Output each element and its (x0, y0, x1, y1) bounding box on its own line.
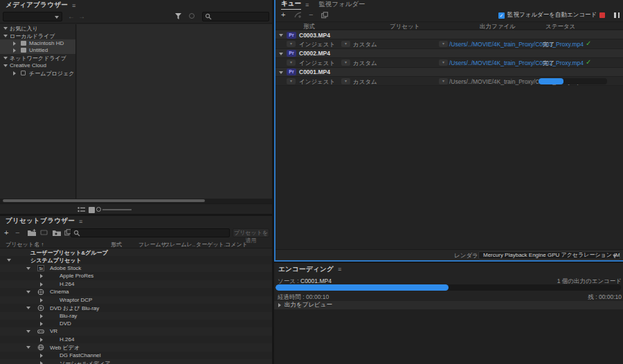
zoom-slider-knob[interactable] (96, 207, 101, 212)
chevron-right-icon[interactable] (40, 361, 43, 364)
horizontal-scrollbar[interactable] (0, 199, 272, 203)
chevron-down-icon[interactable] (26, 267, 30, 270)
preset-tree-item[interactable]: DVD (0, 320, 272, 327)
media-tree-item[interactable]: ローカルドライブ (0, 32, 75, 39)
duplicate-icon[interactable] (321, 12, 328, 19)
preset-dropdown[interactable]: ▾ (341, 78, 350, 84)
preset-tree-item[interactable]: Web ビデオ (0, 343, 272, 351)
chevron-right-icon[interactable] (40, 298, 43, 302)
chevron-down-icon[interactable] (3, 35, 8, 37)
chevron-down-icon[interactable] (26, 346, 30, 349)
preset-column-header[interactable]: 形式 (111, 241, 122, 248)
forward-arrow-icon[interactable]: → (77, 11, 87, 21)
preset-column-header[interactable]: ターゲット.. (196, 241, 227, 248)
format-dropdown[interactable]: ▾ (287, 60, 296, 66)
panel-menu-icon[interactable]: ≡ (79, 218, 82, 225)
media-source-dropdown[interactable] (3, 12, 62, 21)
output-path-link[interactable]: /Users/../MOVIE/4K_train_Proxy/C0003_Pro… (449, 41, 584, 48)
preset-tree-item[interactable]: Apple ProRes (0, 272, 272, 280)
checkbox-checked-icon[interactable]: ✓ (498, 12, 505, 19)
format-dropdown[interactable]: ▾ (287, 78, 296, 84)
media-tree-item[interactable]: Untitled (0, 46, 75, 54)
queue-job-output-row[interactable]: ▾▾▾インジェストカスタム/Users/../MOVIE/4K_train_Pr… (276, 39, 623, 48)
media-tree-item[interactable]: チームプロジェクトパージ (0, 69, 75, 77)
chevron-right-icon[interactable] (13, 42, 16, 46)
pause-queue-button[interactable] (614, 12, 620, 18)
preset-tree-item[interactable]: DG FastChannel (0, 352, 272, 359)
chevron-down-icon[interactable] (7, 259, 11, 262)
chevron-right-icon[interactable] (40, 322, 43, 326)
chevron-right-icon[interactable] (40, 274, 43, 278)
scrollbar-thumb[interactable] (3, 199, 205, 202)
media-tree-item[interactable]: Creative Cloud (0, 62, 75, 69)
chevron-right-icon[interactable] (40, 314, 43, 318)
chevron-right-icon[interactable] (40, 338, 43, 342)
preset-tree-item[interactable]: StAdobe Stock (0, 264, 272, 272)
media-browser-content-area[interactable] (77, 24, 272, 199)
preset-column-header[interactable]: フレームレ.. (164, 241, 195, 248)
stop-queue-button[interactable] (599, 12, 605, 18)
chevron-down-icon[interactable] (279, 71, 283, 74)
thumbnail-view-icon[interactable] (89, 207, 95, 213)
chevron-right-icon[interactable] (13, 71, 16, 75)
preset-settings-icon[interactable] (40, 229, 48, 236)
preset-tree-item[interactable]: システムプリセット (0, 256, 272, 264)
chevron-down-icon[interactable] (26, 291, 30, 293)
preset-tree-item[interactable]: ソーシャルメディア (0, 359, 272, 364)
renderer-select[interactable]: Mercury Playback Engine GPU アクセラレーション (M… (478, 251, 620, 260)
queue-job-output-row[interactable]: ▾▾▾インジェストカスタム/Users/../MOVIE/4K_train_Pr… (276, 77, 623, 86)
chevron-down-icon[interactable] (3, 64, 8, 67)
format-dropdown[interactable]: ▾ (287, 41, 296, 47)
media-tree-item[interactable]: お気に入り (0, 24, 75, 32)
zoom-slider-track[interactable] (102, 209, 132, 210)
queue-job-group-row[interactable]: PrC0002.MP4 (276, 49, 623, 58)
preset-dropdown[interactable]: ▾ (341, 41, 350, 47)
chevron-down-icon[interactable] (279, 34, 283, 37)
preset-list-header[interactable]: プリセット名 ↑形式フレームサ..フレームレ..ターゲット..コメント (0, 241, 272, 248)
chevron-right-icon[interactable] (40, 282, 43, 286)
preset-tree-item[interactable]: Wraptor DCP (0, 296, 272, 304)
preset-tree-item[interactable]: VR (0, 327, 272, 335)
chevron-down-icon[interactable] (26, 307, 30, 309)
preset-search-input[interactable] (71, 228, 230, 237)
panel-menu-icon[interactable]: ≡ (72, 2, 75, 9)
preset-tree-item[interactable]: Blu-ray (0, 312, 272, 320)
apply-preset-button[interactable]: プリセットを適用 (233, 228, 269, 237)
back-arrow-icon[interactable]: ← (66, 11, 76, 21)
panel-menu-icon[interactable]: ≡ (305, 1, 309, 8)
auto-encode-checkbox[interactable]: ✓ 監視フォルダーを自動エンコード (498, 11, 597, 19)
panel-menu-icon[interactable]: ≡ (338, 266, 341, 273)
preset-dropdown[interactable]: ▾ (341, 60, 350, 66)
add-preset-icon[interactable]: + (4, 229, 8, 237)
tab-queue[interactable]: キュー (281, 0, 301, 10)
preset-tree-item[interactable]: Cinema (0, 288, 272, 295)
preset-tree-item[interactable]: H.264 (0, 336, 272, 343)
tab-watch-folders[interactable]: 監視フォルダー (318, 0, 365, 9)
media-tree-item[interactable]: Macintosh HD (0, 39, 75, 47)
queue-job-group-row[interactable]: PrC0001.MP4 (276, 68, 623, 77)
chevron-right-icon[interactable] (40, 354, 43, 358)
media-tree-item[interactable]: ネットワークドライブ (0, 54, 75, 62)
chevron-down-icon[interactable] (26, 330, 30, 333)
preset-tree-item[interactable]: DVD および Blu-ray (0, 304, 272, 311)
queue-job-group-row[interactable]: PrC0003.MP4 (276, 30, 623, 39)
preset-tree-item[interactable]: ユーザープリセット&グループ (0, 248, 272, 256)
output-dropdown[interactable]: ▾ (439, 60, 448, 66)
output-dropdown[interactable]: ▾ (439, 41, 448, 47)
import-preset-folder-icon[interactable] (53, 229, 61, 236)
add-source-icon[interactable]: + (281, 10, 285, 19)
list-view-icon[interactable] (78, 207, 85, 212)
chevron-down-icon[interactable] (279, 53, 283, 55)
chevron-right-icon[interactable] (13, 48, 16, 53)
chevron-down-icon[interactable] (3, 27, 8, 30)
chevron-down-icon[interactable] (3, 57, 8, 60)
add-output-icon[interactable] (294, 12, 302, 18)
remove-icon[interactable]: − (309, 10, 313, 19)
output-path-link[interactable]: /Users/../MOVIE/4K_train_Proxy/C0002_Pro… (449, 60, 584, 66)
filter-icon[interactable] (174, 12, 182, 20)
media-search-input[interactable] (202, 12, 269, 21)
new-group-folder-icon[interactable] (28, 229, 36, 236)
preset-column-header[interactable]: プリセット名 ↑ (6, 241, 44, 248)
preset-tree-item[interactable]: H.264 (0, 280, 272, 288)
output-dropdown[interactable]: ▾ (439, 78, 448, 84)
